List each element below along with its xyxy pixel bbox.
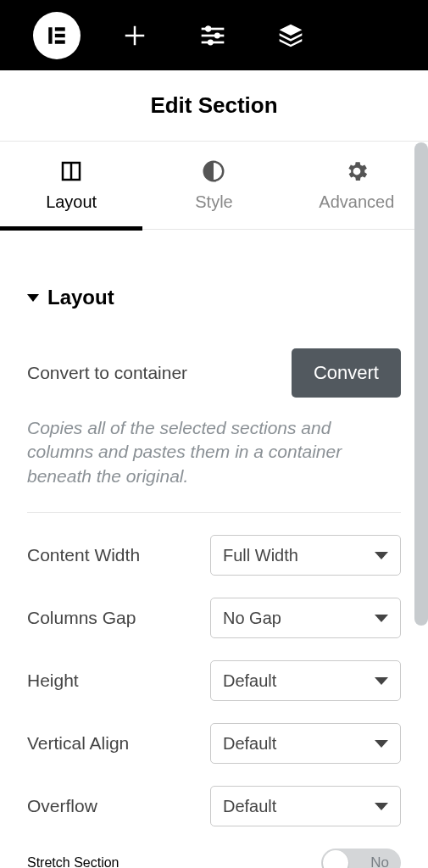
elementor-logo[interactable]	[31, 9, 83, 62]
tab-label: Style	[195, 192, 232, 212]
content-width-select[interactable]: Full Width	[210, 535, 401, 576]
svg-rect-4	[202, 27, 225, 30]
plus-icon	[122, 23, 147, 48]
control-height: Height Default	[27, 660, 401, 701]
stretch-section-toggle[interactable]: No	[321, 849, 401, 868]
chevron-down-icon	[375, 615, 388, 622]
settings-button[interactable]	[186, 9, 239, 62]
panel-body: Layout Convert to container Convert Copi…	[0, 230, 428, 868]
divider	[27, 512, 401, 513]
tab-label: Advanced	[319, 192, 394, 212]
select-value: No Gap	[223, 609, 281, 628]
columns-icon	[58, 159, 84, 184]
control-label: Vertical Align	[27, 733, 129, 754]
chevron-down-icon	[375, 740, 388, 748]
control-label: Height	[27, 670, 79, 691]
svg-point-8	[214, 32, 220, 38]
height-select[interactable]: Default	[210, 660, 401, 701]
top-bar	[0, 0, 428, 70]
select-value: Default	[223, 734, 276, 754]
tab-label: Layout	[46, 192, 97, 212]
caret-down-icon	[27, 294, 39, 302]
control-label: Stretch Section	[27, 855, 120, 868]
svg-rect-7	[202, 34, 225, 36]
elementor-logo-icon	[46, 25, 68, 47]
svg-rect-0	[48, 27, 52, 44]
select-value: Default	[223, 797, 276, 816]
columns-gap-select[interactable]: No Gap	[210, 598, 401, 638]
gear-icon	[344, 159, 370, 184]
vertical-align-select[interactable]: Default	[210, 723, 401, 764]
tab-advanced[interactable]: Advanced	[286, 142, 428, 229]
section-heading-label: Layout	[47, 286, 114, 309]
control-content-width: Content Width Full Width	[27, 535, 401, 576]
panel-title: Edit Section	[0, 70, 428, 142]
section-toggle-layout[interactable]: Layout	[27, 286, 401, 309]
control-label: Content Width	[27, 545, 140, 565]
scrollbar[interactable]	[414, 142, 428, 626]
control-columns-gap: Columns Gap No Gap	[27, 598, 401, 638]
sliders-icon	[199, 22, 226, 49]
control-vertical-align: Vertical Align Default	[27, 723, 401, 764]
svg-point-10	[208, 39, 214, 45]
control-label: Columns Gap	[27, 608, 136, 628]
tab-style[interactable]: Style	[142, 142, 285, 229]
svg-point-6	[205, 25, 211, 31]
toggle-value: No	[370, 854, 389, 868]
select-value: Full Width	[223, 546, 298, 565]
layers-icon	[277, 22, 304, 49]
chevron-down-icon	[375, 552, 388, 559]
overflow-select[interactable]: Default	[210, 786, 401, 826]
tab-layout[interactable]: Layout	[0, 142, 142, 229]
svg-rect-1	[55, 27, 65, 31]
select-value: Default	[223, 671, 276, 691]
svg-rect-3	[55, 40, 65, 43]
structure-button[interactable]	[264, 9, 317, 62]
chevron-down-icon	[375, 803, 388, 810]
control-overflow: Overflow Default	[27, 786, 401, 826]
convert-help-text: Copies all of the selected sections and …	[27, 416, 401, 488]
contrast-icon	[201, 159, 226, 184]
tabs: Layout Style Advanced	[0, 142, 428, 230]
add-element-button[interactable]	[108, 9, 161, 62]
control-stretch-section: Stretch Section No	[27, 849, 401, 868]
toggle-knob	[323, 850, 348, 868]
convert-row: Convert to container Convert	[27, 348, 401, 398]
control-label: Overflow	[27, 796, 97, 816]
svg-rect-2	[55, 33, 65, 36]
chevron-down-icon	[375, 677, 388, 685]
convert-button[interactable]: Convert	[292, 348, 401, 398]
convert-label: Convert to container	[27, 363, 187, 383]
